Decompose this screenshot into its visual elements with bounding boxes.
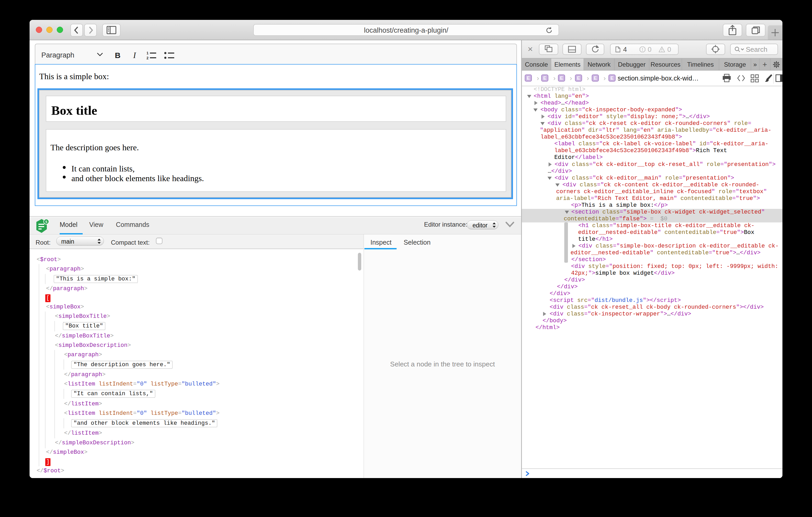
svg-text:1: 1 xyxy=(146,51,149,55)
svg-text:5: 5 xyxy=(45,220,47,224)
svg-text:2: 2 xyxy=(146,56,149,60)
